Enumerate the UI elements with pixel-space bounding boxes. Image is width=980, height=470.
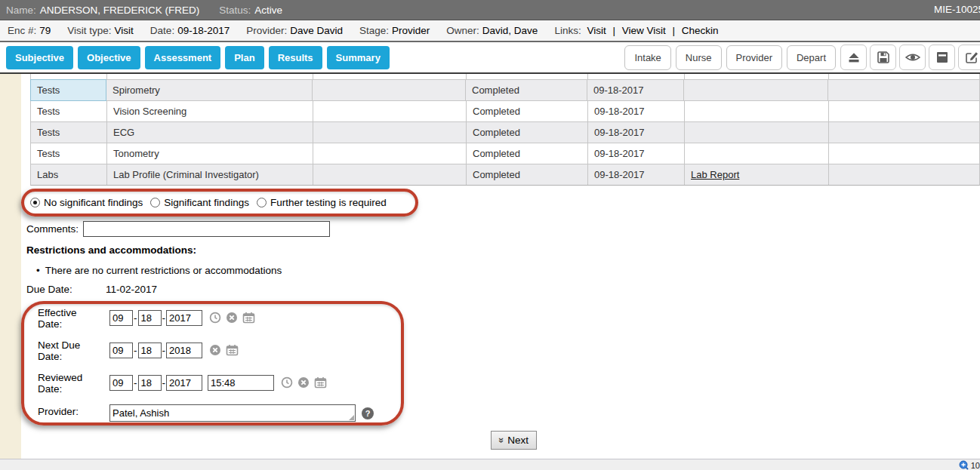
tab-results[interactable]: Results (269, 46, 322, 69)
detail-cell (313, 143, 467, 164)
patient-status-value: Active (254, 5, 282, 16)
zoom-control[interactable]: 10 (959, 460, 980, 470)
link-checkin[interactable]: Checkin (682, 25, 719, 36)
view-button[interactable] (899, 45, 926, 70)
zoom-in-icon[interactable] (959, 460, 971, 470)
table-row: Labs Lab Profile (Criminal Investigator)… (31, 164, 979, 185)
owner-field: Owner:David, Dave (446, 25, 538, 36)
next-due-year-input[interactable] (166, 343, 202, 358)
table-row: Tests Tonometry Completed 09-18-2017 (31, 143, 979, 164)
clock-icon[interactable] (209, 312, 221, 324)
comments-input[interactable] (83, 221, 330, 237)
next-due-day-input[interactable] (138, 343, 162, 358)
link-separator: | (612, 25, 615, 36)
nurse-button[interactable]: Nurse (676, 45, 722, 70)
category-cell[interactable]: Labs (31, 164, 107, 185)
clear-icon[interactable] (297, 376, 310, 389)
status-cell: Completed (467, 164, 588, 185)
reviewing-provider-label: Provider: (38, 404, 109, 422)
calendar-icon[interactable] (314, 376, 327, 389)
category-cell[interactable]: Tests (31, 143, 107, 164)
reviewed-day-input[interactable] (138, 375, 162, 391)
detail-cell (313, 122, 467, 143)
comments-label: Comments: (26, 223, 79, 235)
visit-type-value: Visit (115, 25, 134, 36)
clear-icon[interactable] (209, 344, 221, 356)
reviewed-date-row: Reviewed Date: - - (38, 370, 331, 395)
link-visit[interactable]: Visit (587, 25, 606, 36)
calendar-icon[interactable] (242, 312, 255, 324)
patient-name-label: Name: (6, 5, 36, 16)
link-view-visit[interactable]: View Visit (622, 25, 666, 36)
owner-label: Owner: (446, 25, 479, 36)
next-due-month-input[interactable] (109, 343, 133, 358)
due-date-row: Due Date: 11-02-2017 (26, 284, 157, 295)
resize-grip-icon[interactable] (349, 415, 354, 420)
reviewed-month-input[interactable] (109, 375, 133, 391)
links-group: Links: Visit | View Visit | Checkin (554, 25, 718, 36)
patient-title-bar: Name: ANDERSON, FREDERICK (FRED) Status:… (0, 0, 980, 20)
provider-label: Provider: (246, 25, 287, 36)
test-name-cell: Lab Profile (Criminal Investigator) (107, 164, 313, 185)
report-link-cell (684, 80, 828, 100)
effective-date-label: Effective Date: (38, 306, 109, 330)
due-date-value: 11-02-2017 (106, 284, 157, 295)
eject-icon (846, 50, 861, 65)
chart-toolbar: Subjective Objective Assessment Plan Res… (0, 42, 980, 74)
table-row: Tests Vision Screening Completed 09-18-2… (31, 100, 979, 121)
category-cell[interactable]: Tests (31, 101, 107, 121)
reviewed-year-input[interactable] (166, 375, 202, 391)
date-cell: 09-18-2017 (588, 164, 685, 185)
report-link-cell (685, 143, 829, 164)
bullet-icon: • (36, 265, 40, 276)
tab-assessment[interactable]: Assessment (145, 46, 221, 69)
lab-report-link[interactable]: Lab Report (691, 169, 739, 180)
provider-field: Provider:Dave David (246, 25, 343, 36)
category-cell[interactable]: Tests (31, 122, 107, 143)
eye-icon (904, 50, 921, 65)
effective-date-row: Effective Date: - - (38, 306, 260, 330)
intake-button[interactable]: Intake (624, 45, 670, 70)
tab-objective[interactable]: Objective (78, 46, 140, 69)
webchart-encounter-page: Name: ANDERSON, FREDERICK (FRED) Status:… (0, 0, 980, 470)
visit-type-field: Visit type:Visit (67, 25, 134, 36)
report-link-cell (685, 122, 829, 143)
archive-button[interactable] (929, 45, 955, 70)
radio-significant-findings[interactable]: Significant findings (150, 197, 249, 208)
eject-button[interactable] (840, 45, 867, 70)
report-link-cell (685, 101, 829, 121)
calendar-icon[interactable] (226, 344, 239, 356)
help-icon[interactable]: ? (362, 407, 374, 419)
detail-cell (313, 164, 467, 185)
radio-label: Further testing is required (270, 197, 387, 208)
category-cell-selected[interactable]: Tests (30, 79, 106, 101)
reviewed-time-input[interactable] (208, 375, 274, 391)
date-cell: 09-18-2017 (588, 122, 685, 143)
radio-no-significant-findings[interactable]: No significant findings (30, 197, 143, 208)
tab-plan[interactable]: Plan (225, 46, 263, 69)
radio-icon[interactable] (257, 198, 267, 207)
edit-icon (964, 50, 979, 65)
clear-icon[interactable] (226, 312, 238, 324)
provider-button[interactable]: Provider (726, 45, 782, 70)
table-row-clipped (31, 74, 979, 79)
tab-subjective[interactable]: Subjective (6, 46, 73, 69)
system-id: MIE-10025 (934, 4, 980, 15)
next-button[interactable]: » Next (491, 431, 537, 450)
radio-icon[interactable] (150, 198, 160, 207)
radio-icon[interactable] (30, 198, 40, 207)
clock-icon[interactable] (281, 376, 293, 389)
edit-button[interactable] (958, 45, 980, 70)
effective-month-input[interactable] (109, 310, 133, 326)
reviewing-provider-input[interactable] (109, 404, 356, 422)
save-button[interactable] (870, 45, 896, 70)
results-table: Tests Spirometry Completed 09-18-2017 Te… (30, 74, 980, 186)
links-label: Links: (554, 25, 581, 36)
tab-summary[interactable]: Summary (327, 46, 390, 69)
report-link-cell: Lab Report (685, 164, 829, 185)
extra-cell (829, 143, 979, 164)
effective-year-input[interactable] (166, 310, 202, 326)
radio-further-testing[interactable]: Further testing is required (257, 197, 387, 208)
effective-day-input[interactable] (138, 310, 162, 326)
depart-button[interactable]: Depart (787, 45, 836, 70)
